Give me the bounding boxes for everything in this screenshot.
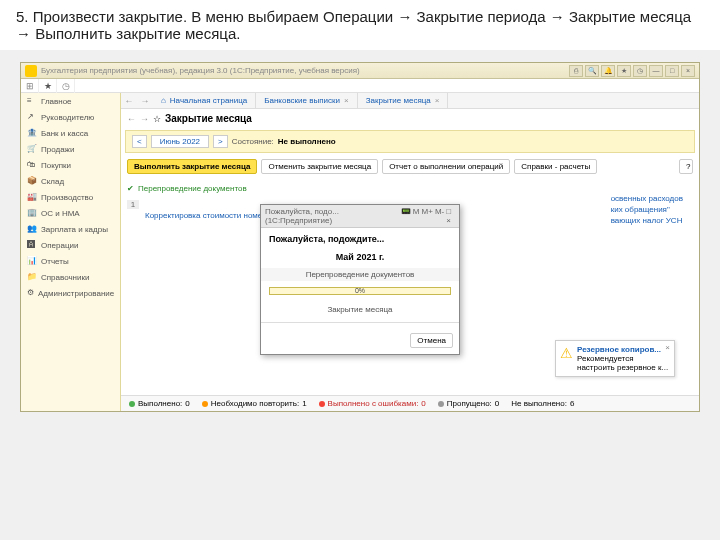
execute-close-button[interactable]: Выполнить закрытие месяца <box>127 159 257 174</box>
ops-icon: 🅰 <box>27 240 37 250</box>
box-icon: 📦 <box>27 176 37 186</box>
win-star-button[interactable]: ★ <box>617 65 631 77</box>
page-title: Закрытие месяца <box>165 113 252 124</box>
sidebar-item-manager[interactable]: ↗Руководителю <box>21 109 120 125</box>
status-dot-repeat <box>202 401 208 407</box>
sidebar-item-sales[interactable]: 🛒Продажи <box>21 141 120 157</box>
tab-bank-statements[interactable]: Банковские выписки× <box>256 93 357 108</box>
dialog-mplus-icon[interactable]: M+ <box>422 207 433 225</box>
toast-body: Рекомендуется настроить резервное к... <box>577 354 670 372</box>
win-print-button[interactable]: ⎙ <box>569 65 583 77</box>
sidebar-item-operations[interactable]: 🅰Операции <box>21 237 120 253</box>
close-icon[interactable]: × <box>344 96 349 105</box>
backup-toast: ⚠ Резервное копиров... Рекомендуется нас… <box>555 340 675 377</box>
status-count: 6 <box>570 399 574 408</box>
back-icon[interactable]: ← <box>127 114 136 124</box>
toast-title[interactable]: Резервное копиров... <box>577 345 670 354</box>
dialog-close-icon[interactable]: □ × <box>446 207 455 225</box>
report-icon: 📊 <box>27 256 37 266</box>
dialog-m-icon[interactable]: M <box>413 207 420 225</box>
ribbon-star-icon[interactable]: ★ <box>39 79 57 93</box>
sidebar-item-warehouse[interactable]: 📦Склад <box>21 173 120 189</box>
win-bell-button[interactable]: 🔔 <box>601 65 615 77</box>
op-item-partial[interactable]: ких обращения" <box>611 204 683 215</box>
sidebar-item-refs[interactable]: 📁Справочники <box>21 269 120 285</box>
win-maximize-button[interactable]: □ <box>665 65 679 77</box>
people-icon: 👥 <box>27 224 37 234</box>
window-title: Бухгалтерия предприятия (учебная), редак… <box>41 66 569 75</box>
ribbon-history-icon[interactable]: ◷ <box>57 79 75 93</box>
reposting-link[interactable]: ✔Перепроведение документов <box>127 182 693 195</box>
tab-label: Начальная страница <box>170 96 247 105</box>
sidebar-label: Продажи <box>41 145 74 154</box>
status-count: 1 <box>302 399 306 408</box>
status-label: Выполнено с ошибками: <box>328 399 419 408</box>
state-label: Состояние: <box>232 137 274 146</box>
section-number: 1 <box>127 200 139 209</box>
home-icon: ≡ <box>27 96 37 106</box>
period-field[interactable]: Июнь 2022 <box>151 135 209 148</box>
status-dot-error <box>319 401 325 407</box>
sidebar-label: ОС и НМА <box>41 209 80 218</box>
forward-icon[interactable]: → <box>140 114 149 124</box>
win-clock-button[interactable]: ◷ <box>633 65 647 77</box>
refs-button[interactable]: Справки - расчеты <box>514 159 597 174</box>
warning-icon: ⚠ <box>560 345 573 372</box>
dialog-window-title: Пожалуйста, подо... (1С:Предприятие) <box>265 207 401 225</box>
instruction-text: 5. Произвести закрытие. В меню выбираем … <box>0 0 720 50</box>
page-header: ← → ☆ Закрытие месяца <box>121 109 699 128</box>
sidebar-item-main[interactable]: ≡Главное <box>21 93 120 109</box>
sidebar-item-admin[interactable]: ⚙Администрирование <box>21 285 120 301</box>
sidebar-item-purchases[interactable]: 🛍Покупки <box>21 157 120 173</box>
sidebar-label: Производство <box>41 193 93 202</box>
ribbon-bar: ⊞ ★ ◷ <box>21 79 699 93</box>
close-icon[interactable]: × <box>435 96 440 105</box>
report-button[interactable]: Отчет о выполнении операций <box>382 159 510 174</box>
close-icon[interactable]: × <box>665 343 670 352</box>
tab-nav-back[interactable]: ← <box>121 93 137 108</box>
period-prev-button[interactable]: < <box>132 135 147 148</box>
cancel-close-button[interactable]: Отменить закрытие месяца <box>261 159 378 174</box>
star-icon[interactable]: ☆ <box>153 114 161 124</box>
win-minimize-button[interactable]: — <box>649 65 663 77</box>
bag-icon: 🛍 <box>27 160 37 170</box>
check-icon: ✔ <box>127 184 134 193</box>
dialog-mminus-icon[interactable]: M- <box>435 207 444 225</box>
sidebar-item-reports[interactable]: 📊Отчеты <box>21 253 120 269</box>
status-label: Выполнено: <box>138 399 182 408</box>
tab-month-close[interactable]: Закрытие месяца× <box>358 93 449 108</box>
tab-label: Банковские выписки <box>264 96 340 105</box>
win-close-button[interactable]: × <box>681 65 695 77</box>
sidebar-item-production[interactable]: 🏭Производство <box>21 189 120 205</box>
sidebar-label: Главное <box>41 97 72 106</box>
win-search-button[interactable]: 🔍 <box>585 65 599 77</box>
sidebar-label: Администрирование <box>38 289 114 298</box>
right-ops-column: освенных расходов ких обращения" вающих … <box>611 193 683 226</box>
sidebar-item-salary[interactable]: 👥Зарплата и кадры <box>21 221 120 237</box>
period-next-button[interactable]: > <box>213 135 228 148</box>
folder-icon: 📁 <box>27 272 37 282</box>
home-icon: ⌂ <box>161 96 166 105</box>
status-label: Пропущено: <box>447 399 492 408</box>
status-dot-skip <box>438 401 444 407</box>
op-item-partial[interactable]: вающих налог УСН <box>611 215 683 226</box>
tab-nav-fwd[interactable]: → <box>137 93 153 108</box>
sidebar-item-bank[interactable]: 🏦Банк и касса <box>21 125 120 141</box>
sidebar: ≡Главное ↗Руководителю 🏦Банк и касса 🛒Пр… <box>21 93 121 411</box>
help-button[interactable]: ? <box>679 159 693 174</box>
tab-home[interactable]: ⌂Начальная страница <box>153 93 256 108</box>
op-item-partial[interactable]: освенных расходов <box>611 193 683 204</box>
gear-icon: ⚙ <box>27 288 34 298</box>
ribbon-apps-icon[interactable]: ⊞ <box>21 79 39 93</box>
status-label: Не выполнено: <box>511 399 567 408</box>
sidebar-item-assets[interactable]: 🏢ОС и НМА <box>21 205 120 221</box>
dialog-cancel-button[interactable]: Отмена <box>410 333 453 348</box>
status-count: 0 <box>185 399 189 408</box>
status-count: 0 <box>421 399 425 408</box>
window-titlebar: Бухгалтерия предприятия (учебная), редак… <box>21 63 699 79</box>
status-count: 0 <box>495 399 499 408</box>
sidebar-label: Руководителю <box>41 113 94 122</box>
dialog-step-closing: Закрытие месяца <box>269 301 451 318</box>
dialog-calc-icon[interactable]: 📟 <box>401 207 411 225</box>
dialog-heading: Пожалуйста, подождите... <box>269 232 451 248</box>
